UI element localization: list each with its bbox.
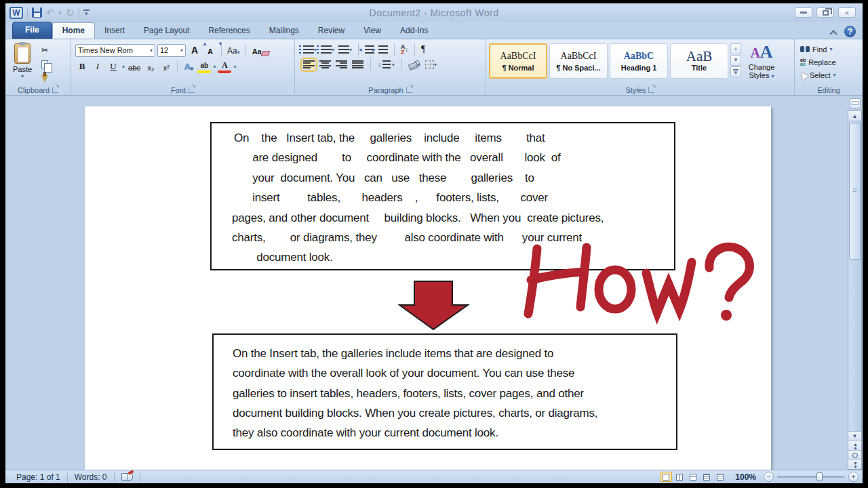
font-color-dropdown-icon[interactable]: ▾ (233, 64, 236, 70)
print-layout-view-button[interactable] (660, 472, 672, 482)
font-name-combo[interactable]: Times New Rom▾ (75, 44, 155, 57)
paste-button[interactable]: Paste ▾ (7, 41, 38, 85)
align-left-button[interactable] (303, 60, 315, 69)
highlight-dropdown-icon[interactable]: ▾ (213, 64, 216, 70)
format-painter-icon (41, 75, 48, 83)
scroll-down-button[interactable]: ▼ (848, 431, 861, 441)
copy-icon (41, 60, 48, 68)
align-right-button[interactable] (336, 60, 347, 69)
close-button[interactable]: × (838, 7, 856, 18)
underline-button[interactable]: U (106, 60, 120, 73)
text-line: On the Insert tab, the galleries include… (212, 128, 674, 148)
sort-button[interactable]: AZ↓ (401, 44, 408, 55)
minimize-button[interactable] (795, 7, 812, 18)
format-painter-button[interactable] (38, 73, 52, 85)
vertical-scrollbar[interactable]: ▲ ▼ ▲▲ ▼▼ (848, 110, 862, 470)
italic-button[interactable]: I (91, 60, 104, 73)
borders-button[interactable]: ▾ (425, 60, 437, 69)
cut-button[interactable]: ✂ (38, 44, 52, 56)
scroll-up-button[interactable]: ▲ (848, 111, 861, 121)
web-layout-view-button[interactable] (687, 472, 699, 482)
font-dialog-launcher[interactable] (189, 87, 195, 93)
justify-button[interactable] (352, 60, 363, 69)
normal-text-box[interactable]: On the Insert tab, the galleries include… (212, 333, 677, 450)
zoom-level[interactable]: 100% (735, 472, 756, 482)
restore-button[interactable] (816, 7, 834, 18)
paragraph-dialog-launcher[interactable] (406, 87, 412, 93)
underline-dropdown-icon[interactable]: ▾ (122, 64, 125, 70)
zoom-slider[interactable] (777, 476, 845, 478)
bullets-icon (303, 45, 314, 54)
superscript-button[interactable]: x² (159, 60, 173, 73)
tab-home[interactable]: Home (52, 22, 95, 39)
shading-button[interactable]: ▾ (409, 62, 420, 68)
reading-view-icon (676, 474, 683, 481)
full-screen-reading-view-button[interactable] (673, 472, 686, 482)
help-button[interactable]: ? (844, 26, 856, 37)
styles-scroll-up-button[interactable]: ▲ (730, 43, 741, 54)
tab-view[interactable]: View (354, 23, 391, 39)
tab-page-layout[interactable]: Page Layout (134, 23, 199, 39)
line-spacing-icon: ↕ (378, 61, 381, 68)
increase-indent-button[interactable] (378, 45, 388, 54)
numbering-button[interactable]: ▾ (321, 45, 334, 54)
tab-file[interactable]: File (12, 22, 52, 39)
tab-insert[interactable]: Insert (95, 23, 134, 39)
page-indicator[interactable]: Page: 1 of 1 (9, 472, 67, 482)
line-spacing-button[interactable]: ↕▾ (378, 60, 395, 69)
subscript-button[interactable]: x₂ (144, 60, 157, 73)
styles-dialog-launcher[interactable] (648, 87, 654, 93)
style-no-spacing[interactable]: AaBbCcI ¶ No Spaci... (549, 43, 608, 79)
clipboard-dialog-launcher[interactable] (52, 87, 58, 93)
style-title[interactable]: AaB Title (670, 43, 728, 79)
grow-font-button[interactable]: A (188, 43, 201, 57)
how-annotation (522, 242, 761, 327)
zoom-slider-thumb[interactable] (816, 472, 823, 481)
text-effects-button[interactable]: A▾ (182, 60, 195, 73)
document-page[interactable]: On the Insert tab, the galleries include… (85, 106, 771, 470)
print-layout-icon (663, 474, 669, 481)
zoom-in-button[interactable]: + (848, 472, 859, 482)
style-heading-1[interactable]: AaBbC Heading 1 (610, 43, 668, 79)
select-button[interactable]: Select▾ (800, 69, 836, 81)
text-highlight-button[interactable]: ab (197, 60, 211, 73)
styles-gallery-expand-button[interactable]: ▼ (730, 66, 741, 77)
scrollbar-thumb[interactable] (849, 123, 861, 260)
style-normal[interactable]: AaBbCcI ¶ Normal (489, 43, 547, 79)
down-arrow-shape[interactable] (398, 280, 470, 331)
next-page-button[interactable]: ▼▼ (848, 460, 861, 469)
change-case-button[interactable]: Aa▾ (226, 43, 241, 57)
font-color-button[interactable]: A (218, 60, 231, 73)
copy-button[interactable] (38, 58, 52, 70)
align-center-button[interactable] (319, 60, 331, 69)
ruler-toggle-icon[interactable] (850, 98, 861, 108)
replace-button[interactable]: abacReplace (800, 56, 836, 68)
font-size-combo[interactable]: 12▾ (157, 44, 186, 57)
tab-add-ins[interactable]: Add-Ins (391, 23, 437, 39)
word-count[interactable]: Words: 0 (68, 472, 114, 482)
draft-view-button[interactable] (714, 472, 726, 482)
outline-view-button[interactable] (701, 472, 713, 482)
change-styles-button[interactable]: AA Change Styles ▾ (742, 41, 781, 85)
zoom-out-button[interactable]: − (764, 472, 774, 482)
find-button[interactable]: Find▾ (800, 43, 836, 55)
multilevel-list-button[interactable]: ▾ (338, 45, 352, 54)
browse-object-icon (852, 453, 858, 458)
clear-formatting-button[interactable]: Aa (250, 43, 264, 57)
bullets-button[interactable]: ▾ (303, 45, 317, 54)
styles-scroll-down-button[interactable]: ▼ (730, 55, 741, 66)
proofing-status-icon[interactable] (121, 473, 133, 481)
strikethrough-button[interactable]: abe (127, 60, 142, 73)
minimize-ribbon-icon[interactable] (829, 29, 838, 36)
tab-review[interactable]: Review (309, 23, 354, 39)
text-line: galleries to insert tables, headers, foo… (233, 384, 676, 403)
increase-indent-icon (378, 45, 388, 54)
bold-button[interactable]: B (75, 60, 89, 73)
shrink-font-button[interactable]: A (203, 43, 217, 57)
tab-references[interactable]: References (199, 23, 259, 39)
show-hide-marks-button[interactable]: ¶ (421, 44, 425, 55)
tab-mailings[interactable]: Mailings (260, 23, 309, 39)
window-title: Document2 - Microsoft Word (5, 7, 863, 18)
select-browse-object-button[interactable] (848, 450, 861, 460)
previous-page-button[interactable]: ▲▲ (848, 441, 861, 450)
